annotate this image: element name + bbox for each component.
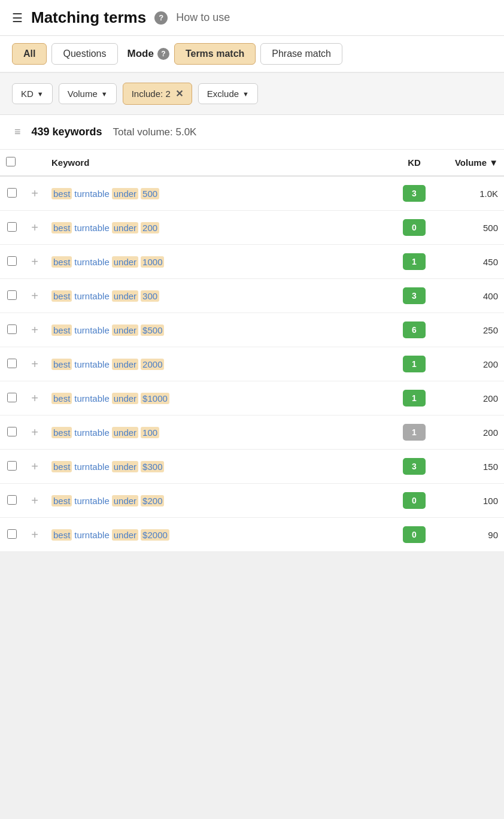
how-to-use-link[interactable]: How to use [176, 11, 230, 24]
add-cell: + [24, 313, 45, 347]
keyword-highlight: best [51, 324, 72, 336]
tab-all[interactable]: All [12, 43, 47, 65]
row-checkbox-cell [0, 381, 24, 415]
tab-questions[interactable]: Questions [51, 43, 117, 65]
chevron-down-icon3: ▼ [242, 90, 249, 98]
table-row: +best turntable under $2000090 [0, 518, 504, 552]
volume-cell: 200 [438, 415, 504, 450]
kd-cell: 0 [390, 211, 438, 245]
kd-cell: 1 [390, 347, 438, 381]
kd-badge: 3 [403, 458, 426, 475]
add-keyword-button[interactable]: + [31, 221, 38, 234]
add-cell: + [24, 415, 45, 450]
keywords-count: 439 keywords [32, 126, 102, 138]
chevron-down-icon: ▼ [37, 90, 44, 98]
row-checkbox[interactable] [7, 256, 17, 266]
kd-cell: 6 [390, 313, 438, 347]
kd-dropdown[interactable]: KD ▼ [12, 83, 53, 104]
add-keyword-button[interactable]: + [31, 426, 38, 439]
keyword-highlight: under [112, 222, 138, 233]
row-checkbox-cell [0, 313, 24, 347]
keyword-highlight: under [112, 461, 138, 472]
include-filter[interactable]: Include: 2 ✕ [123, 83, 192, 105]
volume-cell: 250 [438, 313, 504, 347]
keyword-cell: best turntable under $300 [45, 450, 390, 484]
add-cell: + [24, 347, 45, 381]
close-include-icon[interactable]: ✕ [175, 88, 183, 99]
keyword-highlight: under [112, 324, 138, 336]
add-keyword-button[interactable]: + [31, 289, 38, 302]
volume-cell: 200 [438, 347, 504, 381]
row-checkbox[interactable] [7, 290, 17, 300]
tab-phrase-match[interactable]: Phrase match [260, 43, 342, 65]
add-cell: + [24, 518, 45, 552]
keyword-highlight: best [51, 393, 72, 404]
chevron-down-icon2: ▼ [101, 90, 108, 98]
tab-terms-match[interactable]: Terms match [174, 43, 256, 65]
keyword-highlight: $2000 [141, 529, 169, 541]
keyword-cell: best turntable under 200 [45, 211, 390, 245]
volume-cell: 500 [438, 211, 504, 245]
volume-cell: 90 [438, 518, 504, 552]
add-keyword-button[interactable]: + [31, 323, 38, 336]
kd-badge: 3 [403, 287, 426, 304]
kd-cell: 1 [390, 415, 438, 450]
keywords-summary: ≡ 439 keywords Total volume: 5.0K [0, 115, 504, 150]
table-row: +best turntable under 20001200 [0, 347, 504, 381]
keyword-highlight: best [51, 529, 72, 541]
keyword-text: turntable [74, 427, 109, 438]
keyword-highlight: under [112, 529, 138, 541]
row-checkbox[interactable] [7, 359, 17, 368]
help-icon[interactable]: ? [154, 11, 168, 25]
row-checkbox[interactable] [7, 222, 17, 232]
add-keyword-button[interactable]: + [31, 528, 38, 541]
keyword-text: turntable [74, 257, 109, 267]
add-cell: + [24, 211, 45, 245]
keyword-highlight: under [112, 256, 138, 268]
keyword-highlight: 2000 [141, 359, 164, 370]
add-keyword-button[interactable]: + [31, 187, 38, 200]
mode-help-icon[interactable]: ? [157, 48, 169, 60]
keyword-cell: best turntable under 1000 [45, 245, 390, 279]
add-keyword-button[interactable]: + [31, 460, 38, 473]
table-row: +best turntable under 50031.0K [0, 176, 504, 211]
row-checkbox[interactable] [7, 495, 17, 505]
add-keyword-button[interactable]: + [31, 255, 38, 268]
keyword-highlight: under [112, 393, 138, 404]
volume-dropdown[interactable]: Volume ▼ [59, 83, 117, 104]
add-keyword-button[interactable]: + [31, 494, 38, 507]
kd-cell: 0 [390, 518, 438, 552]
keyword-highlight: under [112, 290, 138, 302]
row-checkbox[interactable] [7, 427, 17, 436]
kd-badge: 0 [403, 526, 426, 543]
row-checkbox[interactable] [7, 461, 17, 471]
keyword-highlight: under [112, 427, 138, 438]
filter-tabs-bar: All Questions Mode ? Terms match Phrase … [0, 36, 504, 73]
row-checkbox[interactable] [7, 188, 17, 198]
row-checkbox[interactable] [7, 529, 17, 539]
menu-icon[interactable]: ☰ [12, 11, 23, 25]
kd-badge: 1 [403, 424, 426, 441]
keyword-highlight: $1000 [141, 393, 169, 404]
volume-cell: 150 [438, 450, 504, 484]
volume-col-header[interactable]: Volume ▼ [438, 150, 504, 176]
select-all-checkbox[interactable] [6, 157, 16, 166]
add-keyword-button[interactable]: + [31, 357, 38, 371]
row-checkbox-cell [0, 211, 24, 245]
row-checkbox[interactable] [7, 393, 17, 402]
row-checkbox[interactable] [7, 324, 17, 334]
kd-badge: 0 [403, 219, 426, 236]
keyword-highlight: best [51, 188, 72, 199]
keyword-highlight: under [112, 359, 138, 370]
reorder-icon[interactable]: ≡ [14, 126, 21, 138]
keyword-cell: best turntable under 100 [45, 415, 390, 450]
exclude-dropdown[interactable]: Exclude ▼ [198, 83, 258, 104]
add-cell: + [24, 279, 45, 313]
row-checkbox-cell [0, 279, 24, 313]
keyword-text: turntable [74, 291, 109, 301]
table-row: +best turntable under $2000100 [0, 484, 504, 518]
keyword-cell: best turntable under 2000 [45, 347, 390, 381]
kd-badge: 0 [403, 492, 426, 509]
keyword-highlight: best [51, 290, 72, 302]
add-keyword-button[interactable]: + [31, 392, 38, 405]
